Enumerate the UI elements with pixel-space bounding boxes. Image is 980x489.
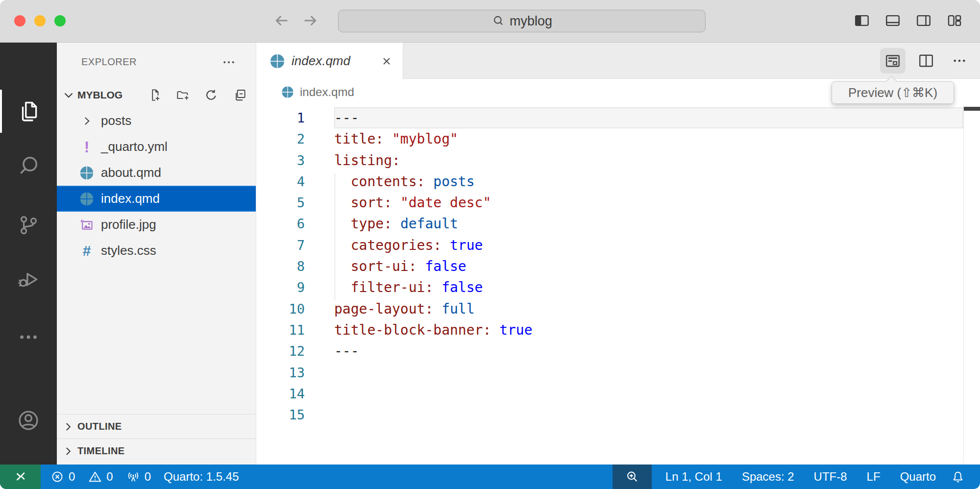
close-icon[interactable] (379, 54, 394, 69)
collapse-all-icon[interactable] (232, 88, 247, 102)
scrollbar[interactable] (963, 105, 964, 465)
code-text: type: default (334, 213, 963, 234)
line-number: 13 (256, 362, 305, 383)
status-problems-warnings[interactable]: 0 (81, 465, 119, 489)
code-text: --- (334, 341, 963, 362)
indent-guide (335, 173, 335, 300)
chevron-right-icon (77, 115, 96, 127)
code-line-15: 15 (256, 404, 980, 425)
file-list: posts!_quarto.ymlabout.qmdindex.qmdprofi… (57, 108, 256, 264)
code-line-10: 10page-layout: full (256, 298, 980, 319)
editor-group: index.qmd index.qmd 1---2title: "myblog"… (256, 43, 980, 465)
status-quarto-version[interactable]: Quarto: 1.5.45 (157, 465, 245, 489)
minimize-window-button[interactable] (34, 15, 46, 26)
remote-icon (13, 469, 28, 485)
line-number: 1 (256, 107, 305, 128)
hash-icon: # (77, 244, 96, 258)
sidebar-file-styles.css[interactable]: #styles.css (57, 238, 256, 264)
split-editor-icon[interactable] (913, 48, 939, 73)
line-number: 15 (256, 404, 305, 425)
activity-item-run-debug[interactable] (0, 254, 57, 301)
file-label: profile.jpg (101, 217, 156, 232)
workspace-section-myblog[interactable]: MYBLOG (57, 82, 256, 108)
code-line-11: 11title-block-banner: true (256, 319, 980, 341)
section-label: OUTLINE (77, 421, 122, 432)
command-center-search[interactable]: myblog (338, 10, 706, 32)
account-icon (16, 408, 41, 433)
code-text: listing: (334, 150, 963, 171)
code-line-1: 1--- (256, 107, 980, 128)
overview-ruler-cursor-mark (964, 107, 980, 111)
sidebar-header: EXPLORER (57, 49, 256, 75)
sidebar-file-profile.jpg[interactable]: profile.jpg (57, 212, 256, 238)
customize-layout-icon[interactable] (946, 12, 963, 29)
toggle-panel-icon[interactable] (884, 12, 901, 29)
code-line-3: 3listing: (256, 150, 980, 171)
remote-indicator[interactable] (0, 465, 41, 489)
sidebar-file-index.qmd[interactable]: index.qmd (57, 186, 256, 212)
line-number: 3 (256, 150, 305, 171)
line-number: 9 (256, 277, 305, 298)
line-number: 7 (256, 235, 305, 256)
ellipsis-gray-icon (17, 326, 40, 348)
back-icon[interactable] (272, 12, 290, 29)
code-line-13: 13 (256, 362, 980, 383)
activity-item-search[interactable] (0, 142, 57, 189)
toggle-primary-sidebar-icon[interactable] (854, 12, 870, 29)
status-problems-errors[interactable]: 0 (44, 465, 81, 489)
code-line-6: 6 type: default (256, 213, 980, 234)
activity-item-source-control[interactable] (0, 201, 57, 248)
sidebar-file-_quarto.yml[interactable]: !_quarto.yml (57, 134, 256, 160)
sidebar-section-outline[interactable]: OUTLINE (57, 414, 256, 439)
ellipsis-icon[interactable] (221, 55, 236, 70)
status-language-mode[interactable]: Quarto (890, 465, 946, 489)
chevron-down-icon (62, 88, 75, 102)
image-icon (77, 218, 96, 232)
more-actions-icon[interactable] (947, 48, 972, 73)
code-text: sort: "date desc" (334, 192, 963, 213)
activity-bar: 1 (0, 43, 57, 465)
forward-icon[interactable] (302, 12, 319, 29)
tab-bar: index.qmd (256, 43, 980, 79)
activity-item-explorer[interactable] (0, 88, 57, 135)
activity-item-more[interactable] (0, 314, 57, 361)
line-number: 8 (256, 256, 305, 277)
sidebar-section-timeline[interactable]: TIMELINE (57, 439, 256, 463)
line-number: 6 (256, 213, 305, 234)
code-line-5: 5 sort: "date desc" (256, 192, 980, 213)
new-folder-icon[interactable] (175, 88, 190, 102)
status-eol[interactable]: LF (857, 465, 890, 489)
tab-label: index.qmd (292, 53, 350, 69)
new-file-icon[interactable] (147, 88, 162, 102)
quarto-icon (269, 53, 286, 70)
titlebar-layout-controls (854, 12, 963, 29)
activity-item-accounts[interactable] (0, 397, 57, 444)
toggle-secondary-sidebar-icon[interactable] (915, 12, 932, 29)
status-cursor-position[interactable]: Ln 1, Col 1 (656, 465, 732, 489)
zoom-indicator[interactable] (612, 465, 652, 489)
zoom-window-button[interactable] (54, 15, 66, 26)
bell-icon[interactable] (951, 469, 965, 484)
code-text: title-block-banner: true (334, 319, 963, 341)
chevron-right-icon (62, 420, 74, 433)
code-text (334, 362, 963, 383)
tab-index-qmd[interactable]: index.qmd (256, 43, 403, 79)
code-line-7: 7 categories: true (256, 235, 980, 256)
search-value: myblog (510, 14, 552, 29)
quarto-icon (77, 165, 96, 181)
status-indentation[interactable]: Spaces: 2 (732, 465, 804, 489)
code-line-14: 14 (256, 383, 980, 404)
sidebar-file-about.qmd[interactable]: about.qmd (57, 160, 256, 186)
line-number: 14 (256, 383, 305, 404)
run-debug-icon (16, 266, 41, 290)
preview-icon[interactable] (880, 48, 906, 73)
line-number: 10 (256, 298, 305, 319)
code-editor[interactable]: 1---2title: "myblog"3listing:4 contents:… (256, 105, 980, 465)
refresh-icon[interactable] (204, 88, 219, 102)
status-encoding[interactable]: UTF-8 (804, 465, 857, 489)
tooltip-text: Preview (⇧⌘K) (848, 85, 937, 100)
close-window-button[interactable] (14, 15, 25, 26)
status-ports[interactable]: 0 (120, 465, 157, 489)
code-line-4: 4 contents: posts (256, 171, 980, 192)
sidebar-file-posts[interactable]: posts (57, 108, 256, 134)
